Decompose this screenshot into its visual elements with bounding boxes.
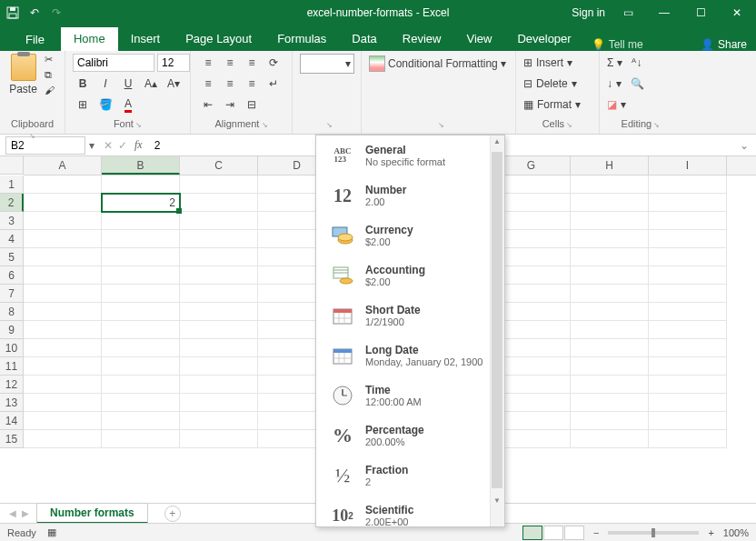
cell-I12[interactable]	[649, 376, 727, 394]
insert-cells-button[interactable]: ⊞Insert ▾	[523, 54, 572, 72]
number-format-combo[interactable]: ▾	[300, 54, 354, 74]
sheet-tab-active[interactable]: Number formats	[36, 503, 148, 524]
col-header-B[interactable]: B	[102, 156, 180, 175]
new-sheet-button[interactable]: +	[164, 506, 181, 522]
cell-C6[interactable]	[180, 266, 258, 285]
cell-H7[interactable]	[571, 285, 649, 303]
align-bottom-icon[interactable]: ≡	[242, 54, 262, 72]
macro-record-icon[interactable]: ▦	[47, 526, 56, 538]
cell-H4[interactable]	[571, 230, 649, 248]
align-right-icon[interactable]: ≡	[242, 75, 262, 93]
cell-A12[interactable]	[24, 376, 102, 394]
cell-I15[interactable]	[649, 430, 727, 448]
tab-view[interactable]: View	[453, 27, 504, 51]
cell-I7[interactable]	[649, 285, 727, 303]
cell-C12[interactable]	[180, 376, 258, 394]
cell-C10[interactable]	[180, 339, 258, 357]
enter-formula-icon[interactable]: ✓	[118, 139, 127, 152]
cell-H5[interactable]	[571, 248, 649, 266]
decrease-font-icon[interactable]: A▾	[164, 75, 184, 93]
cell-A14[interactable]	[24, 412, 102, 430]
fx-icon[interactable]: fx	[134, 138, 143, 152]
format-accounting[interactable]: Accounting $2.00	[316, 255, 504, 296]
tab-home[interactable]: Home	[61, 27, 118, 51]
zoom-level[interactable]: 100%	[723, 527, 749, 538]
orientation-icon[interactable]: ⟳	[264, 54, 284, 72]
fill-button[interactable]: ↓▾ 🔍	[607, 75, 644, 93]
ribbon-display-icon[interactable]: ▭	[614, 6, 642, 19]
format-currency[interactable]: Currency$2.00	[316, 215, 504, 255]
cell-B1[interactable]	[102, 175, 180, 194]
row-header-1[interactable]: 1	[0, 175, 24, 194]
format-fraction[interactable]: ½ Fraction2	[316, 456, 504, 496]
cell-A4[interactable]	[24, 230, 102, 248]
format-percentage[interactable]: % Percentage200.00%	[316, 416, 504, 456]
cell-I2[interactable]	[649, 194, 727, 212]
align-center-icon[interactable]: ≡	[220, 75, 240, 93]
cell-H11[interactable]	[571, 357, 649, 376]
cell-C5[interactable]	[180, 248, 258, 266]
cell-C11[interactable]	[180, 357, 258, 376]
cell-I5[interactable]	[649, 248, 727, 266]
zoom-slider[interactable]	[608, 531, 699, 535]
cell-H10[interactable]	[571, 339, 649, 357]
conditional-formatting-button[interactable]: Conditional Formatting ▾	[369, 54, 506, 74]
cell-B3[interactable]	[102, 212, 180, 230]
cell-B7[interactable]	[102, 285, 180, 303]
format-scientific[interactable]: 102 Scientific2.00E+00	[316, 496, 504, 526]
maximize-button[interactable]: ☐	[687, 6, 714, 19]
cell-I8[interactable]	[649, 303, 727, 321]
wrap-text-icon[interactable]: ↵	[264, 75, 284, 93]
format-number[interactable]: 12 Number2.00	[316, 175, 504, 215]
delete-cells-button[interactable]: ⊟Delete ▾	[523, 75, 577, 93]
cell-B4[interactable]	[102, 230, 180, 248]
cell-A9[interactable]	[24, 321, 102, 339]
align-top-icon[interactable]: ≡	[198, 54, 218, 72]
decrease-indent-icon[interactable]: ⇤	[198, 95, 218, 114]
col-header-C[interactable]: C	[180, 156, 258, 175]
cell-B2[interactable]: 2	[102, 194, 180, 212]
align-middle-icon[interactable]: ≡	[220, 54, 240, 72]
cell-I9[interactable]	[649, 321, 727, 339]
redo-icon[interactable]: ↷	[49, 5, 64, 20]
paste-button[interactable]: Paste	[7, 54, 39, 95]
cell-H8[interactable]	[571, 303, 649, 321]
row-header-6[interactable]: 6	[0, 266, 24, 285]
cell-A2[interactable]	[24, 194, 102, 212]
cell-I10[interactable]	[649, 339, 727, 357]
tab-file[interactable]: File	[9, 28, 61, 51]
increase-font-icon[interactable]: A▴	[141, 75, 161, 93]
cell-A11[interactable]	[24, 357, 102, 376]
tab-developer[interactable]: Developer	[504, 27, 583, 51]
row-header-12[interactable]: 12	[0, 376, 24, 394]
cell-I13[interactable]	[649, 394, 727, 412]
format-cells-button[interactable]: ▦Format ▾	[523, 95, 581, 114]
row-header-7[interactable]: 7	[0, 285, 24, 303]
row-header-15[interactable]: 15	[0, 430, 24, 448]
normal-view-button[interactable]	[522, 526, 542, 540]
cell-B9[interactable]	[102, 321, 180, 339]
cell-A15[interactable]	[24, 430, 102, 448]
close-button[interactable]: ✕	[723, 6, 751, 19]
cell-I14[interactable]	[649, 412, 727, 430]
cell-C1[interactable]	[180, 175, 258, 194]
row-header-3[interactable]: 3	[0, 212, 24, 230]
row-header-11[interactable]: 11	[0, 357, 24, 376]
tab-pagelayout[interactable]: Page Layout	[173, 27, 264, 51]
format-painter-icon[interactable]: 🖌	[45, 85, 57, 97]
bold-button[interactable]: B	[73, 75, 93, 93]
cell-C2[interactable]	[180, 194, 258, 212]
cell-H2[interactable]	[571, 194, 649, 212]
save-icon[interactable]	[5, 5, 20, 20]
cell-B8[interactable]	[102, 303, 180, 321]
format-time[interactable]: Time12:00:00 AM	[316, 376, 504, 416]
cell-A5[interactable]	[24, 248, 102, 266]
cell-A8[interactable]	[24, 303, 102, 321]
col-header-I[interactable]: I	[649, 156, 727, 175]
col-header-A[interactable]: A	[24, 156, 102, 175]
format-general[interactable]: ABC123 GeneralNo specific format	[316, 135, 504, 175]
cell-A6[interactable]	[24, 266, 102, 285]
borders-icon[interactable]: ⊞	[73, 95, 93, 114]
select-all-corner[interactable]	[0, 156, 24, 175]
cell-C7[interactable]	[180, 285, 258, 303]
